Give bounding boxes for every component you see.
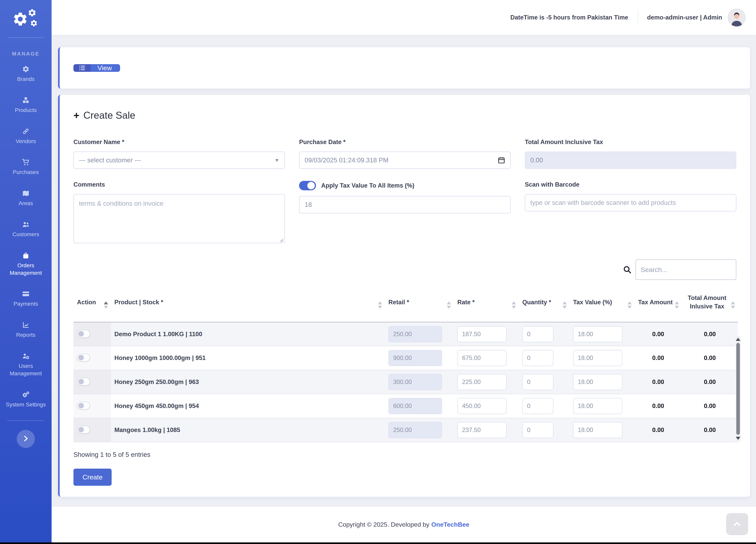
tax-amount-cell: 0.00 xyxy=(635,394,682,418)
tax-amount-cell: 0.00 xyxy=(635,346,682,370)
rate-input[interactable] xyxy=(457,422,507,438)
rate-input[interactable] xyxy=(457,398,507,414)
list-icon xyxy=(73,64,91,72)
sidebar-item-brands[interactable]: Brands xyxy=(0,58,52,90)
sort-icon xyxy=(512,302,516,309)
search-input[interactable] xyxy=(636,259,736,280)
sidebar-item-areas[interactable]: Areas xyxy=(0,183,52,214)
total-inclusive-input xyxy=(525,152,736,169)
column-header-tax-value[interactable]: Tax Value (%) xyxy=(570,289,635,322)
column-header-action[interactable]: Action xyxy=(73,289,111,322)
app-logo[interactable] xyxy=(0,0,52,37)
apply-tax-input[interactable] xyxy=(299,196,510,213)
sidebar-item-vendors[interactable]: Vendors xyxy=(0,121,52,152)
resize-grip-icon[interactable] xyxy=(279,238,283,242)
tax-value-input[interactable] xyxy=(573,326,622,342)
sidebar-item-users-management[interactable]: Users Management xyxy=(0,345,52,384)
sidebar-item-products[interactable]: Products xyxy=(0,90,52,121)
sidebar-item-payments[interactable]: Payments xyxy=(0,283,52,314)
quantity-input[interactable] xyxy=(522,398,553,414)
datetime-note: DateTime is -5 hours from Pakistan Time xyxy=(510,14,637,21)
sidebar-item-purchases[interactable]: Purchases xyxy=(0,152,52,183)
table-row: Honey 1000gm 1000.00gm | 951 0.00 0.00 xyxy=(73,346,738,370)
quantity-input[interactable] xyxy=(522,422,553,438)
retail-input xyxy=(388,374,442,390)
cart-icon xyxy=(21,158,30,166)
comments-field: Comments xyxy=(73,181,285,244)
apply-tax-field: Apply Tax Value To All Items (%) xyxy=(299,181,510,244)
tax-amount-cell: 0.00 xyxy=(635,322,682,346)
column-header-total[interactable]: Total Amount Inlusive Tax xyxy=(682,289,738,322)
purchase-date-input[interactable] xyxy=(299,152,510,169)
quantity-input[interactable] xyxy=(522,326,553,342)
quantity-input[interactable] xyxy=(522,350,553,366)
total-inclusive-field: Total Amount Inclusive Tax xyxy=(525,139,736,169)
row-select-toggle[interactable] xyxy=(77,330,90,338)
copyright-text: Copyright © 2025. Developed byOneTechBee xyxy=(338,521,469,528)
link-icon xyxy=(21,127,30,135)
create-button[interactable]: Create xyxy=(73,469,112,486)
row-select-toggle[interactable] xyxy=(77,402,90,410)
column-header-rate[interactable]: Rate * xyxy=(454,289,519,322)
avatar[interactable] xyxy=(728,8,746,27)
purchase-date-value[interactable] xyxy=(305,156,498,164)
sort-icon xyxy=(447,302,451,309)
barcode-input[interactable] xyxy=(525,194,736,211)
tax-value-input[interactable] xyxy=(573,374,622,390)
sidebar-item-customers[interactable]: Customers xyxy=(0,214,52,245)
products-table-wrap: Action Product | Stock * Retail * Rate *… xyxy=(73,289,736,442)
total-cell: 0.00 xyxy=(682,322,738,346)
customer-label: Customer Name * xyxy=(73,139,285,146)
scroll-up-arrow-icon[interactable] xyxy=(736,338,740,341)
column-header-tax-amount[interactable]: Tax Amount xyxy=(635,289,682,322)
view-button-label: View xyxy=(91,64,120,72)
column-header-product[interactable]: Product | Stock * xyxy=(111,289,385,322)
row-select-toggle[interactable] xyxy=(77,378,90,386)
user-menu-label[interactable]: demo-admin-user | Admin xyxy=(638,14,728,21)
purchase-date-label: Purchase Date * xyxy=(299,139,510,146)
column-header-quantity[interactable]: Quantity * xyxy=(519,289,570,322)
sidebar-collapse-button[interactable] xyxy=(17,430,35,448)
view-button[interactable]: View xyxy=(73,64,120,72)
tax-value-input[interactable] xyxy=(573,398,622,414)
onetechbee-link[interactable]: OneTechBee xyxy=(431,521,469,528)
sidebar-divider xyxy=(8,37,44,38)
apply-tax-toggle[interactable] xyxy=(299,181,316,190)
rate-input[interactable] xyxy=(457,374,507,390)
sort-icon xyxy=(675,302,679,309)
row-select-toggle[interactable] xyxy=(77,354,90,362)
retail-input xyxy=(388,326,442,342)
scrollbar-thumb[interactable] xyxy=(736,343,740,435)
view-toolbar-card: View xyxy=(58,47,750,89)
table-row: Mangoes 1.00kg | 1085 0.00 0.00 xyxy=(73,418,738,442)
entries-summary: Showing 1 to 5 of 5 entries xyxy=(73,451,736,458)
tax-value-input[interactable] xyxy=(573,350,622,366)
rate-input[interactable] xyxy=(457,326,507,342)
sidebar-item-system-settings[interactable]: System Settings xyxy=(0,384,52,415)
search-icon xyxy=(623,265,632,274)
scroll-to-top-button[interactable] xyxy=(726,513,748,535)
tax-value-input[interactable] xyxy=(573,422,622,438)
sidebar-item-reports[interactable]: Reports xyxy=(0,314,52,345)
create-sale-form: Customer Name * --- select customer --- … xyxy=(73,139,736,256)
comments-textarea[interactable] xyxy=(73,194,285,243)
table-row: Demo Product 1 1.00KG | 1100 0.00 0.00 xyxy=(73,322,738,346)
rate-input[interactable] xyxy=(457,350,507,366)
sort-icon xyxy=(378,302,382,309)
calendar-icon[interactable] xyxy=(498,156,505,164)
users-gear-icon xyxy=(21,352,30,360)
column-header-retail[interactable]: Retail * xyxy=(385,289,454,322)
footer: Copyright © 2025. Developed byOneTechBee xyxy=(52,507,756,542)
scroll-down-arrow-icon[interactable] xyxy=(736,437,740,440)
sort-icon xyxy=(562,302,567,309)
product-cell: Honey 450gm 450.00gm | 954 xyxy=(111,394,385,418)
quantity-input[interactable] xyxy=(522,374,553,390)
row-select-toggle[interactable] xyxy=(77,426,90,434)
cubes-icon xyxy=(21,96,30,104)
sidebar-item-orders-management[interactable]: Orders Management xyxy=(0,245,52,283)
table-scrollbar[interactable] xyxy=(736,336,741,441)
barcode-label: Scan with Barcode xyxy=(525,181,736,188)
customer-select[interactable]: --- select customer --- ▼ xyxy=(73,152,285,169)
table-row: Honey 450gm 450.00gm | 954 0.00 0.00 xyxy=(73,394,738,418)
credit-card-icon xyxy=(21,290,30,298)
